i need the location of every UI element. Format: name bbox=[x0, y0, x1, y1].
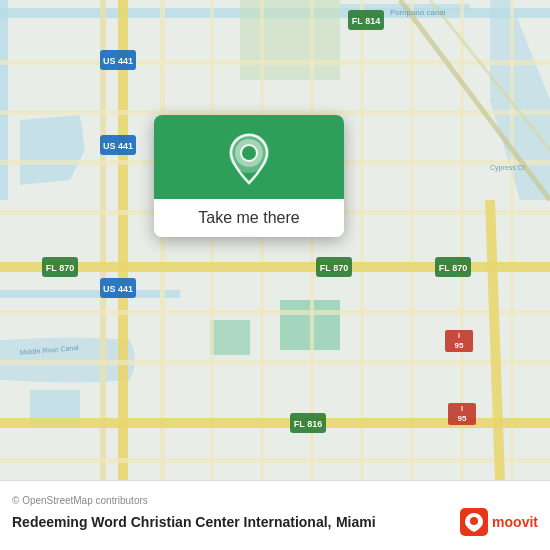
svg-text:95: 95 bbox=[458, 414, 467, 423]
svg-rect-7 bbox=[210, 320, 250, 355]
svg-rect-13 bbox=[310, 0, 314, 480]
popup-button[interactable]: Take me there bbox=[154, 199, 344, 237]
place-city: Miami bbox=[336, 514, 376, 530]
svg-text:FL 870: FL 870 bbox=[439, 263, 467, 273]
svg-text:Pompano canal: Pompano canal bbox=[390, 8, 446, 17]
svg-rect-25 bbox=[0, 360, 550, 365]
bottom-info-row: Redeeming Word Christian Center Internat… bbox=[12, 508, 538, 536]
svg-text:FL 870: FL 870 bbox=[320, 263, 348, 273]
svg-rect-19 bbox=[0, 60, 550, 65]
svg-rect-9 bbox=[100, 0, 106, 480]
map-attribution: © OpenStreetMap contributors bbox=[12, 495, 538, 506]
svg-text:US 441: US 441 bbox=[103, 284, 133, 294]
svg-rect-14 bbox=[360, 0, 364, 480]
svg-rect-3 bbox=[0, 290, 180, 298]
svg-rect-5 bbox=[240, 0, 340, 80]
svg-point-58 bbox=[470, 517, 478, 525]
svg-text:FL 816: FL 816 bbox=[294, 419, 322, 429]
svg-text:I: I bbox=[458, 332, 460, 339]
svg-text:I: I bbox=[461, 405, 463, 412]
svg-rect-17 bbox=[510, 0, 514, 480]
place-info: Redeeming Word Christian Center Internat… bbox=[12, 513, 376, 531]
bottom-bar: © OpenStreetMap contributors Redeeming W… bbox=[0, 480, 550, 550]
svg-rect-2 bbox=[0, 0, 8, 200]
svg-rect-12 bbox=[260, 0, 264, 480]
svg-text:FL 870: FL 870 bbox=[46, 263, 74, 273]
map-container: US 441 US 441 US 441 FL 814 FL 870 FL 87… bbox=[0, 0, 550, 480]
popup-header bbox=[154, 115, 344, 199]
svg-rect-27 bbox=[0, 458, 550, 463]
svg-rect-15 bbox=[410, 0, 414, 480]
svg-text:US 441: US 441 bbox=[103, 141, 133, 151]
svg-point-56 bbox=[242, 146, 256, 160]
svg-rect-10 bbox=[160, 0, 165, 480]
moovit-label: moovit bbox=[492, 514, 538, 530]
location-pin-icon bbox=[227, 133, 271, 185]
svg-rect-18 bbox=[118, 0, 128, 480]
moovit-logo: moovit bbox=[460, 508, 538, 536]
svg-text:Cypress Cr: Cypress Cr bbox=[490, 164, 526, 172]
location-popup: Take me there bbox=[154, 115, 344, 237]
moovit-icon bbox=[460, 508, 488, 536]
svg-text:95: 95 bbox=[455, 341, 464, 350]
svg-text:FL 814: FL 814 bbox=[352, 16, 380, 26]
svg-rect-11 bbox=[210, 0, 214, 480]
svg-rect-24 bbox=[0, 310, 550, 315]
svg-text:US 441: US 441 bbox=[103, 56, 133, 66]
take-me-there-label: Take me there bbox=[198, 209, 299, 227]
place-name: Redeeming Word Christian Center Internat… bbox=[12, 514, 331, 530]
